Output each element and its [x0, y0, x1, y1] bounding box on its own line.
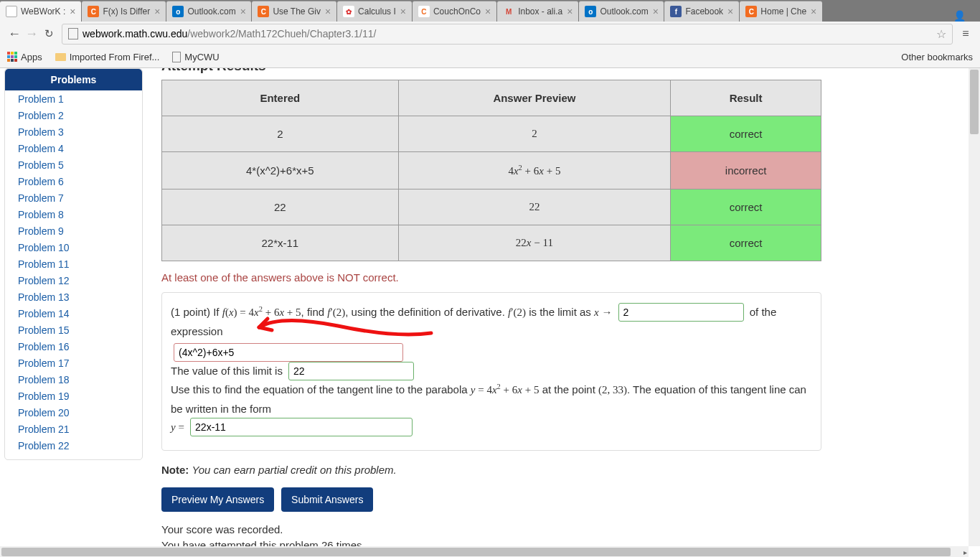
math-fprime2: f′(2) — [508, 306, 526, 318]
preview-button[interactable]: Preview My Answers — [161, 487, 274, 512]
sidebar-item-problem[interactable]: Problem 18 — [5, 371, 142, 388]
warning-text: At least one of the answers above is NOT… — [161, 271, 958, 284]
apps-button[interactable]: Apps — [7, 52, 42, 62]
browser-tab[interactable]: CUse The Giv× — [252, 1, 336, 22]
back-button[interactable]: ← — [6, 27, 23, 42]
address-bar-row: ← → ↻ webwork.math.cwu.edu/webwork2/Math… — [0, 22, 980, 46]
folder-icon — [55, 53, 66, 61]
button-row: Preview My Answers Submit Answers — [161, 487, 958, 512]
favicon: o — [585, 6, 596, 17]
tab-strip: WeBWorK :×CF(x) Is Differ×oOutlook.com×C… — [0, 0, 980, 22]
url-bar[interactable]: webwork.math.cwu.edu/webwork2/Math172Chu… — [62, 24, 953, 45]
sidebar-header: Problems — [5, 69, 142, 90]
browser-chrome: WeBWorK :×CF(x) Is Differ×oOutlook.com×C… — [0, 0, 980, 68]
url-host: webwork.math.cwu.edu — [83, 28, 187, 39]
favicon: ✿ — [343, 6, 354, 17]
submit-button[interactable]: Submit Answers — [281, 487, 373, 512]
favicon: M — [503, 6, 514, 17]
table-row: 22correct — [162, 116, 821, 152]
sidebar-item-problem[interactable]: Problem 21 — [5, 421, 142, 437]
apps-icon — [7, 52, 17, 62]
results-table: Entered Answer Preview Result 22correct4… — [161, 80, 821, 261]
sidebar-item-problem[interactable]: Problem 11 — [5, 256, 142, 272]
col-preview: Answer Preview — [398, 80, 671, 116]
close-icon[interactable]: × — [567, 6, 573, 17]
input-limit-value[interactable] — [288, 362, 414, 380]
note-row: Note: You can earn partial credit on thi… — [161, 464, 958, 476]
page-icon — [68, 28, 78, 39]
sidebar-item-problem[interactable]: Problem 5 — [5, 156, 142, 173]
browser-tab[interactable]: oOutlook.com× — [166, 1, 251, 22]
sidebar-item-problem[interactable]: Problem 3 — [5, 123, 142, 140]
table-row: 22*x-1122x − 11correct — [162, 225, 821, 261]
bookmark-imported[interactable]: Imported From Firef... — [55, 52, 160, 62]
input-expression[interactable] — [174, 343, 403, 362]
close-icon[interactable]: × — [727, 6, 733, 17]
close-icon[interactable]: × — [154, 6, 160, 17]
sidebar-item-problem[interactable]: Problem 20 — [5, 404, 142, 421]
sidebar: Problems Problem 1Problem 2Problem 3Prob… — [0, 68, 147, 557]
sidebar-item-problem[interactable]: Problem 10 — [5, 239, 142, 256]
browser-tab[interactable]: fFacebook× — [664, 1, 739, 22]
close-icon[interactable]: × — [811, 6, 816, 17]
url-path: /webwork2/Math172Chueh/Chapter3.1/11/ — [187, 28, 376, 39]
page-body: Problems Problem 1Problem 2Problem 3Prob… — [0, 68, 980, 557]
forward-button[interactable]: → — [23, 27, 40, 42]
close-icon[interactable]: × — [653, 6, 659, 17]
sidebar-item-problem[interactable]: Problem 16 — [5, 338, 142, 355]
browser-tab[interactable]: CHome | Che× — [740, 1, 822, 22]
math-parabola: y = 4x2 + 6x + 5 — [471, 384, 540, 395]
reload-button[interactable]: ↻ — [40, 27, 57, 40]
scrollbar-vertical[interactable]: ▴ — [969, 68, 980, 546]
table-row: 2222correct — [162, 189, 821, 225]
browser-tab[interactable]: MInbox - ali.a× — [497, 1, 578, 22]
problem-box: (1 point) If f(x) = 4x2 + 6x + 5, find f… — [161, 292, 821, 451]
close-icon[interactable]: × — [485, 6, 491, 17]
sidebar-item-problem[interactable]: Problem 13 — [5, 289, 142, 305]
close-icon[interactable]: × — [325, 6, 331, 17]
favicon: f — [670, 6, 682, 17]
favicon: C — [745, 6, 757, 17]
favicon: C — [88, 6, 99, 17]
favicon: o — [172, 6, 184, 17]
input-tangent[interactable] — [190, 418, 413, 436]
browser-tab[interactable]: WeBWorK :× — [0, 1, 81, 22]
sidebar-item-problem[interactable]: Problem 6 — [5, 173, 142, 189]
sidebar-item-problem[interactable]: Problem 7 — [5, 189, 142, 206]
main-content: Attempt Results Entered Answer Preview R… — [161, 68, 980, 557]
favicon: C — [418, 6, 430, 17]
sidebar-item-problem[interactable]: Problem 1 — [5, 90, 142, 107]
other-bookmarks[interactable]: Other bookmarks — [901, 52, 973, 62]
scrollbar-horizontal[interactable]: ◂ ▸ — [0, 546, 969, 557]
sidebar-item-problem[interactable]: Problem 4 — [5, 140, 142, 156]
browser-tab[interactable]: ✿Calculus I× — [337, 1, 412, 22]
user-icon[interactable]: 👤 — [939, 10, 980, 22]
results-title: Attempt Results — [161, 68, 958, 74]
favicon — [6, 6, 17, 17]
input-limit-var[interactable] — [618, 303, 744, 322]
table-row: 4*(x^2)+6*x+54x2 + 6x + 5incorrect — [162, 152, 821, 189]
math-point: (2, 33) — [598, 384, 627, 395]
bookmark-mycwu[interactable]: MyCWU — [172, 52, 219, 62]
favicon: C — [258, 6, 269, 17]
close-icon[interactable]: × — [70, 6, 75, 17]
close-icon[interactable]: × — [400, 6, 406, 17]
menu-icon[interactable]: ≡ — [957, 27, 974, 40]
sidebar-item-problem[interactable]: Problem 14 — [5, 305, 142, 322]
sidebar-item-problem[interactable]: Problem 8 — [5, 206, 142, 223]
sidebar-item-problem[interactable]: Problem 22 — [5, 437, 142, 454]
col-entered: Entered — [162, 80, 399, 116]
sidebar-item-problem[interactable]: Problem 12 — [5, 272, 142, 289]
bookmarks-bar: Apps Imported From Firef... MyCWU Other … — [0, 46, 980, 67]
sidebar-item-problem[interactable]: Problem 17 — [5, 355, 142, 371]
browser-tab[interactable]: CCouchOnCo× — [413, 1, 496, 22]
browser-tab[interactable]: oOutlook.com× — [579, 1, 664, 22]
math-fx: f(x) = 4x2 + 6x + 5 — [222, 306, 301, 318]
sidebar-item-problem[interactable]: Problem 2 — [5, 107, 142, 123]
sidebar-item-problem[interactable]: Problem 19 — [5, 388, 142, 404]
sidebar-item-problem[interactable]: Problem 15 — [5, 322, 142, 338]
sidebar-item-problem[interactable]: Problem 9 — [5, 223, 142, 239]
star-icon[interactable]: ☆ — [936, 27, 946, 41]
close-icon[interactable]: × — [240, 6, 246, 17]
browser-tab[interactable]: CF(x) Is Differ× — [82, 1, 166, 22]
